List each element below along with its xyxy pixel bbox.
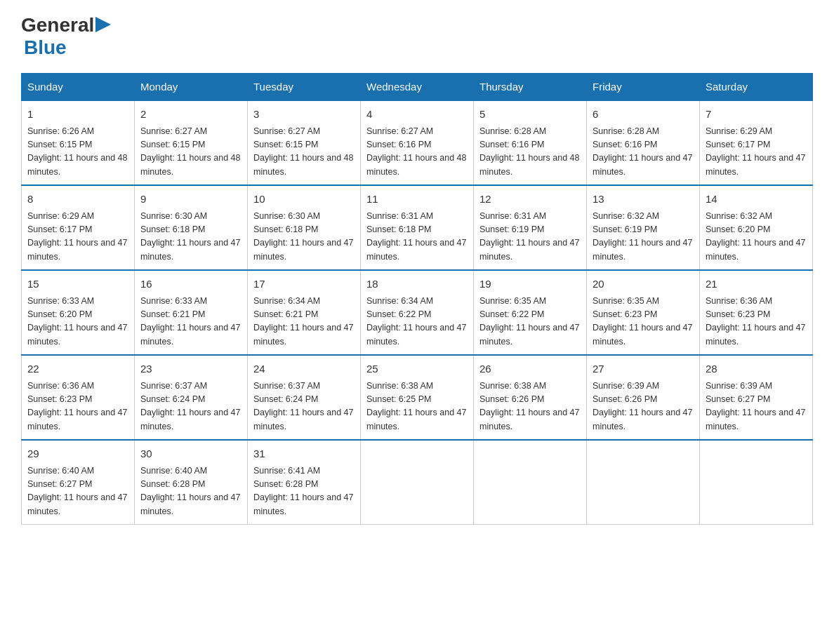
day-info: Sunrise: 6:40 AMSunset: 6:27 PMDaylight:… bbox=[27, 464, 128, 519]
svg-marker-0 bbox=[95, 17, 111, 32]
calendar-week-4: 22Sunrise: 6:36 AMSunset: 6:23 PMDayligh… bbox=[22, 355, 813, 440]
calendar-cell: 2Sunrise: 6:27 AMSunset: 6:15 PMDaylight… bbox=[135, 100, 248, 185]
calendar-cell: 1Sunrise: 6:26 AMSunset: 6:15 PMDaylight… bbox=[22, 100, 135, 185]
day-info: Sunrise: 6:27 AMSunset: 6:15 PMDaylight:… bbox=[253, 125, 355, 180]
logo: General Blue bbox=[21, 14, 111, 59]
day-number: 28 bbox=[706, 361, 807, 377]
day-number: 18 bbox=[366, 276, 468, 293]
day-number: 17 bbox=[253, 276, 355, 293]
day-number: 30 bbox=[140, 446, 241, 462]
calendar-cell: 13Sunrise: 6:32 AMSunset: 6:19 PMDayligh… bbox=[587, 185, 700, 270]
header-wednesday: Wednesday bbox=[361, 74, 474, 101]
calendar-cell: 7Sunrise: 6:29 AMSunset: 6:17 PMDaylight… bbox=[700, 100, 813, 185]
calendar-week-2: 8Sunrise: 6:29 AMSunset: 6:17 PMDaylight… bbox=[22, 185, 813, 270]
header-sunday: Sunday bbox=[22, 74, 135, 101]
day-number: 4 bbox=[366, 107, 468, 123]
calendar-cell: 5Sunrise: 6:28 AMSunset: 6:16 PMDaylight… bbox=[474, 100, 587, 185]
day-number: 14 bbox=[706, 192, 807, 208]
day-info: Sunrise: 6:37 AMSunset: 6:24 PMDaylight:… bbox=[140, 380, 241, 434]
day-number: 21 bbox=[706, 276, 807, 293]
calendar-cell bbox=[361, 440, 474, 525]
day-number: 6 bbox=[593, 107, 694, 123]
day-number: 31 bbox=[253, 446, 355, 462]
calendar-cell: 4Sunrise: 6:27 AMSunset: 6:16 PMDaylight… bbox=[361, 100, 474, 185]
day-info: Sunrise: 6:34 AMSunset: 6:22 PMDaylight:… bbox=[366, 295, 468, 349]
calendar-cell: 31Sunrise: 6:41 AMSunset: 6:28 PMDayligh… bbox=[248, 440, 361, 525]
calendar-week-5: 29Sunrise: 6:40 AMSunset: 6:27 PMDayligh… bbox=[22, 440, 813, 525]
calendar-cell: 15Sunrise: 6:33 AMSunset: 6:20 PMDayligh… bbox=[22, 270, 135, 355]
calendar-week-1: 1Sunrise: 6:26 AMSunset: 6:15 PMDaylight… bbox=[22, 100, 813, 185]
calendar-cell: 23Sunrise: 6:37 AMSunset: 6:24 PMDayligh… bbox=[135, 355, 248, 440]
day-number: 13 bbox=[593, 192, 694, 208]
day-number: 10 bbox=[253, 192, 355, 208]
calendar-cell: 10Sunrise: 6:30 AMSunset: 6:18 PMDayligh… bbox=[248, 185, 361, 270]
day-number: 5 bbox=[479, 107, 581, 123]
calendar-cell: 14Sunrise: 6:32 AMSunset: 6:20 PMDayligh… bbox=[700, 185, 813, 270]
day-info: Sunrise: 6:30 AMSunset: 6:18 PMDaylight:… bbox=[140, 210, 241, 264]
logo-triangle-icon bbox=[95, 17, 111, 32]
day-number: 19 bbox=[479, 276, 581, 293]
day-info: Sunrise: 6:34 AMSunset: 6:21 PMDaylight:… bbox=[253, 295, 355, 349]
logo-blue: Blue bbox=[21, 36, 111, 59]
day-number: 1 bbox=[27, 107, 128, 123]
day-info: Sunrise: 6:27 AMSunset: 6:15 PMDaylight:… bbox=[140, 125, 241, 180]
calendar-cell: 21Sunrise: 6:36 AMSunset: 6:23 PMDayligh… bbox=[700, 270, 813, 355]
day-info: Sunrise: 6:27 AMSunset: 6:16 PMDaylight:… bbox=[366, 125, 468, 180]
day-info: Sunrise: 6:31 AMSunset: 6:18 PMDaylight:… bbox=[366, 210, 468, 264]
day-info: Sunrise: 6:35 AMSunset: 6:22 PMDaylight:… bbox=[479, 295, 581, 349]
calendar-cell: 11Sunrise: 6:31 AMSunset: 6:18 PMDayligh… bbox=[361, 185, 474, 270]
calendar-cell: 24Sunrise: 6:37 AMSunset: 6:24 PMDayligh… bbox=[248, 355, 361, 440]
header-thursday: Thursday bbox=[474, 74, 587, 101]
day-number: 3 bbox=[253, 107, 355, 123]
calendar-cell: 22Sunrise: 6:36 AMSunset: 6:23 PMDayligh… bbox=[22, 355, 135, 440]
header-tuesday: Tuesday bbox=[248, 74, 361, 101]
calendar-table: SundayMondayTuesdayWednesdayThursdayFrid… bbox=[21, 73, 813, 525]
page-header: General Blue bbox=[21, 14, 813, 59]
header-monday: Monday bbox=[135, 74, 248, 101]
day-info: Sunrise: 6:29 AMSunset: 6:17 PMDaylight:… bbox=[27, 210, 128, 264]
day-info: Sunrise: 6:31 AMSunset: 6:19 PMDaylight:… bbox=[479, 210, 581, 264]
day-info: Sunrise: 6:28 AMSunset: 6:16 PMDaylight:… bbox=[593, 125, 694, 180]
calendar-cell: 3Sunrise: 6:27 AMSunset: 6:15 PMDaylight… bbox=[248, 100, 361, 185]
calendar-cell: 17Sunrise: 6:34 AMSunset: 6:21 PMDayligh… bbox=[248, 270, 361, 355]
day-info: Sunrise: 6:32 AMSunset: 6:20 PMDaylight:… bbox=[706, 210, 807, 264]
calendar-cell: 27Sunrise: 6:39 AMSunset: 6:26 PMDayligh… bbox=[587, 355, 700, 440]
calendar-cell bbox=[700, 440, 813, 525]
calendar-cell: 12Sunrise: 6:31 AMSunset: 6:19 PMDayligh… bbox=[474, 185, 587, 270]
day-info: Sunrise: 6:38 AMSunset: 6:26 PMDaylight:… bbox=[479, 380, 581, 434]
calendar-cell: 8Sunrise: 6:29 AMSunset: 6:17 PMDaylight… bbox=[22, 185, 135, 270]
day-info: Sunrise: 6:33 AMSunset: 6:21 PMDaylight:… bbox=[140, 295, 241, 349]
calendar-cell: 6Sunrise: 6:28 AMSunset: 6:16 PMDaylight… bbox=[587, 100, 700, 185]
day-info: Sunrise: 6:30 AMSunset: 6:18 PMDaylight:… bbox=[253, 210, 355, 264]
day-info: Sunrise: 6:32 AMSunset: 6:19 PMDaylight:… bbox=[593, 210, 694, 264]
calendar-cell: 20Sunrise: 6:35 AMSunset: 6:23 PMDayligh… bbox=[587, 270, 700, 355]
calendar-cell: 28Sunrise: 6:39 AMSunset: 6:27 PMDayligh… bbox=[700, 355, 813, 440]
day-number: 20 bbox=[593, 276, 694, 293]
day-number: 27 bbox=[593, 361, 694, 377]
day-info: Sunrise: 6:41 AMSunset: 6:28 PMDaylight:… bbox=[253, 464, 355, 519]
calendar-cell bbox=[474, 440, 587, 525]
day-number: 22 bbox=[27, 361, 128, 377]
calendar-header-row: SundayMondayTuesdayWednesdayThursdayFrid… bbox=[22, 74, 813, 101]
day-info: Sunrise: 6:40 AMSunset: 6:28 PMDaylight:… bbox=[140, 464, 241, 519]
day-number: 8 bbox=[27, 192, 128, 208]
calendar-cell: 19Sunrise: 6:35 AMSunset: 6:22 PMDayligh… bbox=[474, 270, 587, 355]
calendar-cell bbox=[587, 440, 700, 525]
calendar-cell: 29Sunrise: 6:40 AMSunset: 6:27 PMDayligh… bbox=[22, 440, 135, 525]
day-number: 25 bbox=[366, 361, 468, 377]
logo-general: General bbox=[21, 14, 94, 36]
day-info: Sunrise: 6:38 AMSunset: 6:25 PMDaylight:… bbox=[366, 380, 468, 434]
day-info: Sunrise: 6:29 AMSunset: 6:17 PMDaylight:… bbox=[706, 125, 807, 180]
day-info: Sunrise: 6:39 AMSunset: 6:27 PMDaylight:… bbox=[706, 380, 807, 434]
day-info: Sunrise: 6:37 AMSunset: 6:24 PMDaylight:… bbox=[253, 380, 355, 434]
day-info: Sunrise: 6:36 AMSunset: 6:23 PMDaylight:… bbox=[706, 295, 807, 349]
day-info: Sunrise: 6:28 AMSunset: 6:16 PMDaylight:… bbox=[479, 125, 581, 180]
calendar-cell: 30Sunrise: 6:40 AMSunset: 6:28 PMDayligh… bbox=[135, 440, 248, 525]
calendar-cell: 16Sunrise: 6:33 AMSunset: 6:21 PMDayligh… bbox=[135, 270, 248, 355]
day-number: 2 bbox=[140, 107, 241, 123]
day-number: 24 bbox=[253, 361, 355, 377]
day-number: 26 bbox=[479, 361, 581, 377]
day-number: 15 bbox=[27, 276, 128, 293]
day-number: 29 bbox=[27, 446, 128, 462]
day-number: 11 bbox=[366, 192, 468, 208]
